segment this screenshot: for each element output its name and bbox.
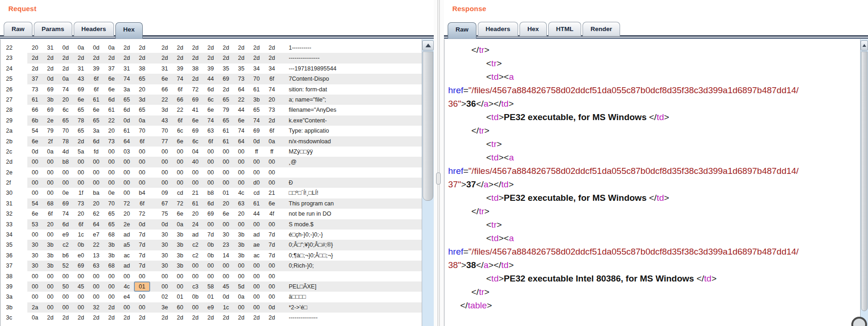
hex-byte[interactable]: 0a [264, 136, 279, 147]
hex-byte[interactable]: b4 [134, 188, 150, 198]
hex-byte[interactable]: 00 [264, 292, 279, 302]
hex-byte[interactable]: c2 [188, 250, 203, 261]
hex-byte[interactable]: 4c [234, 188, 249, 198]
hex-byte[interactable]: 37 [27, 74, 43, 84]
hex-byte[interactable]: 2d [89, 313, 104, 323]
hex-byte[interactable]: 4d [58, 147, 73, 157]
hex-byte[interactable]: 6f [264, 74, 279, 84]
hex-byte[interactable]: 2d [264, 53, 279, 63]
hex-byte[interactable]: e4 [119, 292, 134, 302]
hex-byte[interactable]: 2d [58, 313, 73, 323]
hex-byte[interactable]: 00 [264, 271, 279, 281]
hex-byte[interactable]: 2d [27, 53, 43, 63]
hex-byte[interactable]: 34 [264, 64, 279, 74]
hex-byte[interactable]: 00 [119, 178, 134, 188]
hex-byte[interactable]: 0d [89, 43, 104, 53]
hex-byte[interactable]: 00 [43, 271, 58, 281]
hex-byte[interactable]: 00 [89, 271, 104, 281]
hex-byte[interactable]: 2f [43, 136, 58, 147]
hex-byte[interactable]: 53 [27, 219, 43, 230]
hex-byte[interactable]: c2 [58, 240, 73, 250]
hex-byte[interactable]: 6f [203, 136, 218, 147]
hex-byte[interactable]: 2d [119, 53, 134, 63]
hex-byte[interactable]: ff [249, 147, 264, 157]
hex-byte[interactable]: 00 [249, 271, 264, 281]
hex-byte[interactable]: 3a [89, 126, 104, 136]
hex-byte[interactable]: 2d [119, 313, 134, 323]
hex-byte[interactable]: 00 [104, 157, 119, 167]
hex-byte[interactable]: 00 [73, 292, 89, 302]
hex-byte[interactable]: 69 [43, 84, 58, 95]
hex-byte[interactable]: 00 [172, 178, 188, 188]
hex-byte[interactable]: 3b [172, 250, 188, 261]
hex-byte[interactable]: 2d [218, 53, 234, 63]
hex-byte[interactable]: 01 [203, 292, 218, 302]
hex-byte[interactable]: 00 [58, 302, 73, 313]
hex-byte[interactable]: 2d [134, 53, 150, 63]
hex-byte[interactable]: 00 [218, 157, 234, 167]
hex-byte[interactable]: 6e [203, 105, 218, 115]
request-tab-raw[interactable]: Raw [4, 22, 32, 36]
hex-byte[interactable]: 0e [58, 188, 73, 198]
hex-byte[interactable]: 20 [43, 219, 58, 230]
hex-byte[interactable]: 6f [89, 74, 104, 84]
hex-byte[interactable]: 6e [234, 115, 249, 126]
hex-byte[interactable]: 3d [134, 95, 150, 105]
hex-byte[interactable]: 2d [104, 313, 119, 323]
hex-byte[interactable]: 7d [134, 250, 150, 261]
hex-byte[interactable]: 00 [203, 271, 218, 281]
hex-byte[interactable]: 23 [218, 240, 234, 250]
hex-byte[interactable]: 3a [119, 84, 134, 95]
hex-byte[interactable]: 70 [134, 126, 150, 136]
hex-byte[interactable]: 20 [58, 95, 73, 105]
hex-byte[interactable]: cd [172, 188, 188, 198]
hex-byte[interactable]: 00 [73, 167, 89, 178]
hex-byte[interactable]: 0d [218, 292, 234, 302]
hex-byte[interactable]: 73 [27, 84, 43, 95]
hex-byte[interactable]: 0a [27, 313, 43, 323]
hex-byte[interactable]: 00 [218, 147, 234, 157]
hex-byte[interactable]: 6d [119, 105, 134, 115]
hex-byte[interactable]: 22 [104, 115, 119, 126]
hex-byte[interactable]: 62 [89, 209, 104, 219]
hex-byte[interactable]: 00 [89, 167, 104, 178]
hex-byte[interactable]: 0d [58, 43, 73, 53]
hex-byte[interactable]: 00 [134, 302, 150, 313]
hex-byte[interactable]: 72 [172, 198, 188, 209]
hex-byte[interactable]: 61 [188, 198, 203, 209]
hex-byte[interactable]: 3b [43, 261, 58, 271]
hex-byte[interactable]: 6f [264, 126, 279, 136]
hex-byte[interactable]: 00 [218, 178, 234, 188]
hex-byte[interactable]: 74 [264, 84, 279, 95]
hex-byte[interactable]: 68 [43, 198, 58, 209]
hex-byte[interactable]: 7d [134, 240, 150, 250]
hex-byte[interactable]: 14 [218, 250, 234, 261]
hex-byte[interactable]: 00 [203, 157, 218, 167]
hex-byte[interactable]: 20 [134, 84, 150, 95]
hex-byte[interactable]: 00 [188, 178, 203, 188]
hex-byte[interactable]: 6c [58, 105, 73, 115]
hex-byte[interactable]: 39 [203, 64, 218, 74]
response-scrollbar[interactable] [860, 39, 868, 326]
hex-byte[interactable]: 69 [43, 105, 58, 115]
hex-byte[interactable]: 2d [73, 136, 89, 147]
hex-byte[interactable]: 00 [134, 167, 150, 178]
hex-byte[interactable]: 09 [157, 188, 172, 198]
hex-byte[interactable]: 70 [104, 198, 119, 209]
hex-byte[interactable]: 7d [264, 240, 279, 250]
hex-byte[interactable]: 02 [157, 292, 172, 302]
hex-byte[interactable]: 6e [73, 95, 89, 105]
hex-byte[interactable]: 20 [89, 198, 104, 209]
hex-byte[interactable]: 74 [203, 115, 218, 126]
hex-byte[interactable]: 00 [43, 230, 58, 240]
hex-byte[interactable]: 2d [218, 313, 234, 323]
hex-byte[interactable]: 69 [249, 126, 264, 136]
hex-byte[interactable]: 01 [218, 188, 234, 198]
hex-byte[interactable]: 00 [119, 271, 134, 281]
hex-byte[interactable]: 00 [188, 167, 203, 178]
hex-byte[interactable]: 6f [172, 115, 188, 126]
hex-byte[interactable]: b8 [58, 157, 73, 167]
hex-byte[interactable]: 2d [43, 53, 58, 63]
hex-byte[interactable]: 0d [134, 219, 150, 230]
hex-byte[interactable]: 35 [218, 64, 234, 74]
